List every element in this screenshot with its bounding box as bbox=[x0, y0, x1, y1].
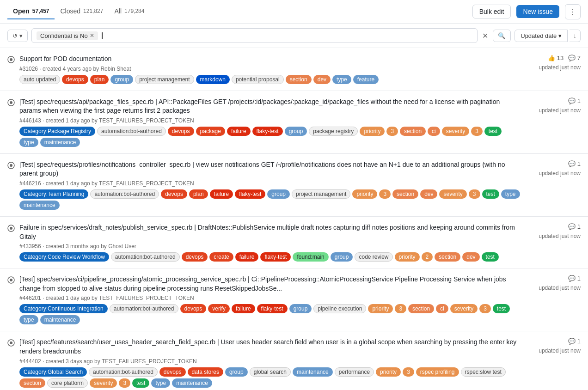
label[interactable]: priority bbox=[352, 189, 377, 199]
label[interactable]: auto updated bbox=[19, 75, 60, 84]
label[interactable]: dev bbox=[313, 75, 331, 84]
label[interactable]: Category:Code Review Workflow bbox=[19, 252, 109, 262]
label[interactable]: test bbox=[493, 304, 510, 313]
label[interactable]: flaky-test bbox=[257, 304, 288, 313]
label[interactable]: dev bbox=[420, 189, 437, 199]
label[interactable]: test bbox=[482, 252, 499, 262]
label[interactable]: automation:bot-authored bbox=[89, 367, 158, 377]
label[interactable]: rspec profiling bbox=[416, 367, 459, 377]
label[interactable]: maintenance bbox=[19, 201, 60, 210]
label[interactable]: project management bbox=[292, 189, 350, 199]
label[interactable]: test bbox=[132, 378, 149, 388]
label[interactable]: maintenance bbox=[40, 138, 80, 147]
label[interactable]: automation:bot-authored bbox=[110, 304, 178, 313]
label[interactable]: group bbox=[225, 367, 248, 377]
issue-title[interactable]: [Test] spec/features/search/user_uses_he… bbox=[19, 338, 521, 356]
label[interactable]: severity bbox=[450, 304, 478, 313]
label[interactable]: verify bbox=[208, 304, 230, 313]
label[interactable]: test bbox=[482, 189, 499, 199]
label[interactable]: severity bbox=[439, 189, 466, 199]
label[interactable]: section bbox=[392, 189, 418, 199]
label[interactable]: 3 bbox=[469, 189, 480, 199]
filter-remove-icon[interactable]: ✕ bbox=[90, 32, 94, 39]
label[interactable]: Category:Continuous Integration bbox=[19, 304, 108, 313]
label[interactable]: priority bbox=[395, 252, 420, 262]
tab-all[interactable]: All 179,284 bbox=[109, 4, 150, 19]
reaction[interactable]: 💬 1 bbox=[568, 160, 581, 167]
issue-title[interactable]: Support for POD documentation bbox=[19, 55, 521, 64]
label[interactable]: 3 bbox=[403, 367, 414, 377]
label[interactable]: pipeline execution bbox=[313, 304, 366, 313]
label[interactable]: failure bbox=[210, 189, 233, 199]
label[interactable]: create bbox=[209, 252, 233, 262]
label[interactable]: failure bbox=[232, 304, 255, 313]
sort-order-button[interactable]: ↓ bbox=[570, 30, 581, 42]
label[interactable]: package registry bbox=[309, 127, 358, 136]
tab-open[interactable]: Open 57,457 bbox=[7, 4, 55, 19]
label[interactable]: type bbox=[151, 378, 170, 388]
label[interactable]: flaky-test bbox=[260, 252, 291, 262]
label[interactable]: ci bbox=[436, 304, 448, 313]
label[interactable]: failure bbox=[235, 252, 259, 262]
label[interactable]: 3 bbox=[379, 189, 391, 199]
label[interactable]: maintenance bbox=[40, 315, 80, 324]
bulk-edit-button[interactable]: Bulk edit bbox=[472, 5, 511, 18]
label[interactable]: automation:bot-authored bbox=[111, 252, 180, 262]
label[interactable]: section bbox=[19, 378, 45, 388]
filter-search-input[interactable] bbox=[106, 32, 473, 39]
label[interactable]: type bbox=[501, 189, 520, 199]
label[interactable]: type bbox=[19, 315, 38, 324]
label[interactable]: flaky-test bbox=[235, 189, 265, 199]
label[interactable]: group bbox=[110, 75, 133, 84]
label[interactable]: group bbox=[267, 189, 290, 199]
filter-search-button[interactable]: 🔍 bbox=[493, 30, 511, 42]
label[interactable]: found:main bbox=[293, 252, 328, 262]
label[interactable]: maintenance bbox=[172, 378, 212, 388]
label[interactable]: priority bbox=[368, 304, 393, 313]
label[interactable]: potential proposal bbox=[232, 75, 284, 84]
label[interactable]: 3 bbox=[479, 304, 491, 313]
filter-history-button[interactable]: ↺ ▾ bbox=[7, 30, 28, 42]
label[interactable]: type bbox=[332, 75, 351, 84]
label[interactable]: failure bbox=[227, 127, 251, 136]
label[interactable]: 2 bbox=[422, 252, 433, 262]
label[interactable]: dev bbox=[462, 252, 479, 262]
label[interactable]: rspec:slow test bbox=[461, 367, 506, 377]
label[interactable]: test bbox=[484, 127, 502, 136]
label[interactable]: core platform bbox=[47, 378, 88, 388]
label[interactable]: code review bbox=[355, 252, 392, 262]
label[interactable]: 3 bbox=[386, 127, 398, 136]
label[interactable]: priority bbox=[376, 367, 401, 377]
label[interactable]: feature bbox=[353, 75, 379, 84]
label[interactable]: group bbox=[331, 252, 353, 262]
label[interactable]: devops bbox=[161, 189, 187, 199]
label[interactable]: Category:Package Registry bbox=[19, 127, 95, 136]
more-options-button[interactable]: ⋮ bbox=[565, 4, 581, 19]
label[interactable]: Category:Global Search bbox=[19, 367, 87, 377]
label[interactable]: global search bbox=[250, 367, 291, 377]
reaction[interactable]: 👍 13 bbox=[548, 55, 564, 61]
label[interactable]: ci bbox=[428, 127, 440, 136]
reaction[interactable]: 💬 1 bbox=[568, 338, 581, 345]
new-issue-button[interactable]: New issue bbox=[516, 5, 559, 18]
label[interactable]: plan bbox=[90, 75, 109, 84]
issue-title[interactable]: [Test] spec/requests/api/package_files_s… bbox=[19, 98, 521, 116]
label[interactable]: section bbox=[286, 75, 312, 84]
label[interactable]: section bbox=[400, 127, 426, 136]
issue-title[interactable]: Failure in spec/services/draft_notes/pub… bbox=[19, 223, 521, 241]
label[interactable]: group bbox=[285, 127, 307, 136]
label[interactable]: 3 bbox=[395, 304, 406, 313]
label[interactable]: automation:bot-authored bbox=[90, 189, 159, 199]
filter-input-area[interactable]: Confidential is No ✕ bbox=[31, 28, 478, 43]
label[interactable]: devops bbox=[182, 252, 208, 262]
label[interactable]: maintenance bbox=[293, 367, 333, 377]
issue-title[interactable]: [Test] spec/services/ci/pipeline_process… bbox=[19, 275, 521, 293]
label[interactable]: plan bbox=[189, 189, 208, 199]
label[interactable]: flaky-test bbox=[252, 127, 283, 136]
reaction[interactable]: 💬 7 bbox=[568, 55, 581, 61]
label[interactable]: data stores bbox=[188, 367, 223, 377]
label[interactable]: section bbox=[435, 252, 460, 262]
sort-button[interactable]: Updated date ▾ bbox=[514, 30, 568, 42]
label[interactable]: severity bbox=[90, 378, 117, 388]
reaction[interactable]: 💬 1 bbox=[568, 98, 581, 104]
